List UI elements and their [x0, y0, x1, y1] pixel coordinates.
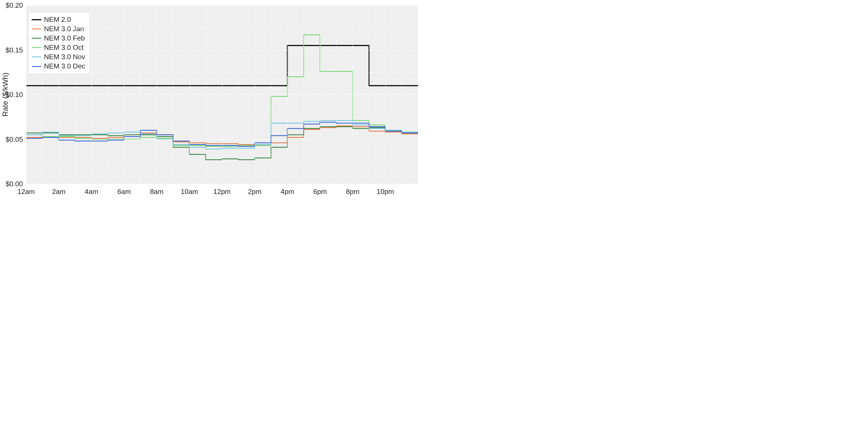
legend-swatch: [32, 57, 41, 57]
legend-swatch: [32, 66, 41, 67]
legend-label: NEM 3.0 Nov: [44, 52, 85, 62]
legend-item: NEM 3.0 Jan: [32, 24, 85, 34]
grid-line-v-minor: [336, 5, 337, 184]
legend-item: NEM 3.0 Nov: [32, 52, 85, 62]
x-tick-label: 6am: [117, 184, 131, 196]
y-axis-label: Rate ($/kWh): [1, 73, 9, 117]
grid-line-v-minor: [304, 5, 304, 184]
x-tick-label: 8am: [150, 184, 164, 196]
legend-label: NEM 3.0 Feb: [44, 34, 85, 43]
x-tick-label: 4pm: [281, 184, 294, 196]
legend-item: NEM 3.0 Oct: [32, 43, 85, 52]
grid-line-v: [255, 5, 255, 184]
grid-line-v: [320, 5, 320, 184]
legend-label: NEM 3.0 Dec: [44, 62, 85, 71]
legend-swatch: [32, 38, 41, 39]
grid-line-v-minor: [402, 5, 402, 184]
y-tick-label: $0.15: [6, 46, 26, 54]
legend-swatch: [32, 19, 41, 20]
x-tick-label: 4am: [85, 184, 98, 196]
grid-line-v: [287, 5, 288, 184]
grid-line-v-minor: [173, 5, 173, 184]
plot-area: NEM 2.0NEM 3.0 JanNEM 3.0 FebNEM 3.0 Oct…: [26, 5, 418, 184]
x-tick-label: 2pm: [248, 184, 261, 196]
x-tick-label: 8pm: [346, 184, 360, 196]
grid-line-v-minor: [75, 5, 75, 184]
legend-label: NEM 3.0 Jan: [44, 24, 84, 34]
legend-swatch: [32, 29, 41, 29]
grid-line-v-minor: [42, 5, 43, 184]
x-tick-label: 12am: [17, 184, 35, 196]
rate-chart: NEM 2.0NEM 3.0 JanNEM 3.0 FebNEM 3.0 Oct…: [0, 0, 434, 214]
y-tick-label: $0.05: [6, 135, 26, 143]
grid-line-v: [157, 5, 157, 184]
legend-item: NEM 2.0: [32, 15, 85, 24]
grid-line-v: [91, 5, 92, 184]
legend-swatch: [32, 47, 41, 48]
y-tick-label: $0.20: [6, 1, 26, 9]
grid-line-v-minor: [206, 5, 206, 184]
grid-line-v: [385, 5, 386, 184]
legend-label: NEM 3.0 Oct: [44, 43, 84, 52]
legend-label: NEM 2.0: [44, 15, 71, 24]
grid-line-v-minor: [238, 5, 239, 184]
x-tick-label: 2am: [52, 184, 66, 196]
x-tick-label: 10am: [181, 184, 198, 196]
grid-line-v: [59, 5, 59, 184]
x-tick-label: 6pm: [313, 184, 327, 196]
legend-item: NEM 3.0 Dec: [32, 62, 85, 71]
grid-line-v-minor: [141, 5, 141, 184]
x-tick-label: 10pm: [377, 184, 394, 196]
legend-item: NEM 3.0 Feb: [32, 34, 85, 43]
grid-line-v-minor: [369, 5, 369, 184]
grid-line-v: [222, 5, 222, 184]
x-tick-label: 12pm: [213, 184, 230, 196]
